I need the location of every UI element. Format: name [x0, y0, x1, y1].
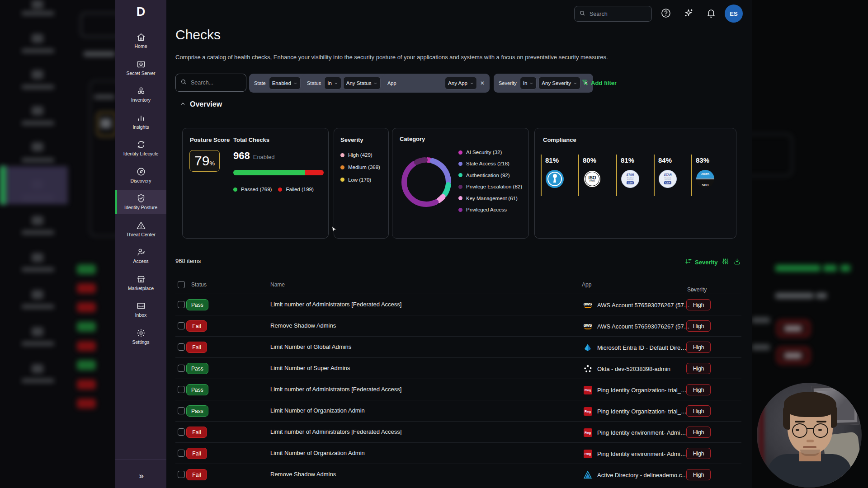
- category-legend-label: Authentication (92): [466, 172, 510, 178]
- aws-icon: aws: [582, 321, 594, 331]
- row-checkbox[interactable]: [178, 365, 185, 372]
- overview-collapse-toggle[interactable]: Overview: [180, 100, 222, 108]
- sidebar-item-label: Secret Server: [126, 71, 155, 76]
- select-all-checkbox[interactable]: [178, 281, 185, 288]
- table-header: Status Name App Severity: [175, 277, 741, 294]
- row-checkbox[interactable]: [178, 407, 185, 414]
- row-checkbox[interactable]: [178, 386, 185, 393]
- row-checkbox[interactable]: [178, 450, 185, 457]
- app-name: Ping Identity environment- Admi…: [597, 429, 686, 436]
- app-cell: PingPing Identity environment- Admi…: [582, 427, 686, 437]
- bell-icon[interactable]: [706, 8, 717, 19]
- sidebar-item-discovery[interactable]: Discovery: [115, 164, 166, 187]
- sidebar-collapse-button[interactable]: »: [115, 471, 166, 481]
- status-badge: Pass: [186, 405, 208, 417]
- background-blur-left: [0, 0, 115, 488]
- sort-by-severity-button[interactable]: Severity: [684, 258, 718, 267]
- close-icon[interactable]: ✕: [479, 80, 486, 86]
- checks-search-input[interactable]: [175, 74, 246, 92]
- row-checkbox[interactable]: [178, 301, 185, 308]
- app-cell: PingPing Identity environment- Admi…: [582, 449, 686, 459]
- discovery-icon: [136, 167, 146, 177]
- app-logo[interactable]: D: [115, 0, 166, 23]
- filter-select-any-status[interactable]: Any Status: [343, 77, 381, 89]
- row-checkbox[interactable]: [178, 343, 185, 351]
- category-dot: [458, 150, 462, 155]
- table-row[interactable]: PassLimit number of Administrators [Fede…: [175, 294, 741, 315]
- filter-select-in[interactable]: In: [324, 77, 341, 89]
- status-badge: Fail: [186, 448, 207, 459]
- items-count: 968 items: [175, 258, 201, 264]
- severity-legend-label: Low (170): [348, 177, 371, 183]
- sidebar-divider: [115, 460, 166, 460]
- download-icon[interactable]: [733, 258, 742, 267]
- sidebar-item-access[interactable]: Access: [115, 244, 166, 267]
- severity-legend-item: Low (170): [340, 177, 380, 183]
- failed-dot: [278, 188, 282, 192]
- app-name: Active Directory - delineademo.c…: [597, 472, 688, 479]
- global-search-field[interactable]: [589, 10, 647, 18]
- vault-icon: [136, 59, 146, 69]
- mouse-cursor: [330, 225, 338, 233]
- row-checkbox[interactable]: [178, 471, 185, 478]
- avatar[interactable]: ES: [725, 5, 743, 23]
- ping-identity-icon: Ping: [582, 449, 594, 459]
- app-name: Microsoft Entra ID - Default Dire…: [597, 344, 686, 351]
- severity-legend-label: High (429): [348, 152, 373, 158]
- checks-search-field[interactable]: [190, 79, 241, 86]
- category-legend-label: AI Security (32): [466, 149, 502, 155]
- sort-descending-icon[interactable]: [690, 286, 696, 293]
- compliance-badge-lock: [546, 170, 564, 188]
- sidebar-item-inventory[interactable]: Inventory: [115, 83, 166, 106]
- sidebar-item-label: Inventory: [131, 98, 151, 103]
- category-legend-item: AI Security (32): [458, 149, 526, 155]
- sidebar-item-home[interactable]: Home: [115, 29, 166, 52]
- category-dot: [458, 173, 462, 177]
- category-legend-item: Privileged Access: [458, 206, 526, 213]
- table-row[interactable]: FailRemove Shadow AdminsawsAWS Account 5…: [175, 315, 741, 337]
- table-row[interactable]: PassLimit Number of Organization AdminPi…: [175, 400, 741, 422]
- sidebar-item-marketplace[interactable]: Marketplace: [115, 271, 166, 295]
- filter-label: State: [253, 80, 267, 86]
- global-search-input[interactable]: [574, 6, 652, 22]
- sidebar-item-inbox[interactable]: Inbox: [115, 298, 166, 321]
- compliance-percentage: 80%: [583, 156, 596, 164]
- table-row[interactable]: PassLimit number of Administrators [Fede…: [175, 379, 741, 400]
- webcam-overlay: [757, 383, 862, 488]
- check-name: Remove Shadow Admins: [270, 471, 336, 478]
- category-legend-item: Authentication (92): [458, 172, 526, 178]
- filter-select-in[interactable]: In: [520, 77, 537, 89]
- row-checkbox[interactable]: [178, 322, 185, 329]
- table-row[interactable]: FailLimit Number of Organization AdminPi…: [175, 443, 741, 464]
- table-row[interactable]: PassLimit Number of Super AdminsOkta - d…: [175, 358, 741, 379]
- sparkles-icon[interactable]: [683, 8, 694, 19]
- check-name: Limit Number of Organization Admin: [270, 450, 365, 456]
- sidebar-item-identity-posture[interactable]: Identity Posture: [115, 190, 166, 214]
- app-name: AWS Account 576593076267 (57…: [597, 323, 690, 330]
- filter-select-any-app[interactable]: Any App: [445, 77, 477, 89]
- sidebar-item-insights[interactable]: Insights: [115, 110, 166, 133]
- app-name: Ping Identity Organization- trial_…: [597, 387, 687, 394]
- access-icon: [136, 247, 146, 257]
- passed-dot: [233, 188, 237, 192]
- table-row[interactable]: FailLimit Number of Global AdminsMicroso…: [175, 337, 741, 358]
- row-checkbox[interactable]: [178, 428, 185, 436]
- sidebar-item-label: Threat Center: [126, 232, 156, 238]
- status-badge: Fail: [186, 320, 207, 332]
- app-name: Ping Identity environment- Admi…: [597, 450, 686, 457]
- sidebar-item-threat-center[interactable]: Threat Center: [115, 217, 166, 241]
- category-legend-label: Privileged Access: [466, 206, 507, 213]
- table-row[interactable]: FailLimit number of Administrators [Fede…: [175, 422, 741, 443]
- sidebar-item-settings[interactable]: Settings: [115, 325, 166, 348]
- filter-select-enabled[interactable]: Enabled: [269, 77, 301, 89]
- severity-legend-item: High (429): [340, 152, 380, 158]
- filter-select-any-severity[interactable]: Any Severity: [538, 77, 580, 89]
- add-filter-button[interactable]: Add filter: [581, 79, 617, 87]
- column-settings-icon[interactable]: [722, 258, 731, 267]
- table-row[interactable]: FailRemove Shadow AdminsActive Directory…: [175, 464, 741, 485]
- sidebar-item-identity-lifecycle[interactable]: Identity Lifecycle: [115, 136, 166, 160]
- posture-score-label: Posture Score: [190, 136, 230, 143]
- sidebar-item-secret-server[interactable]: Secret Server: [115, 56, 166, 80]
- help-icon[interactable]: [660, 8, 671, 19]
- page-description: Comprise a catalog of health checks, Enh…: [175, 54, 608, 61]
